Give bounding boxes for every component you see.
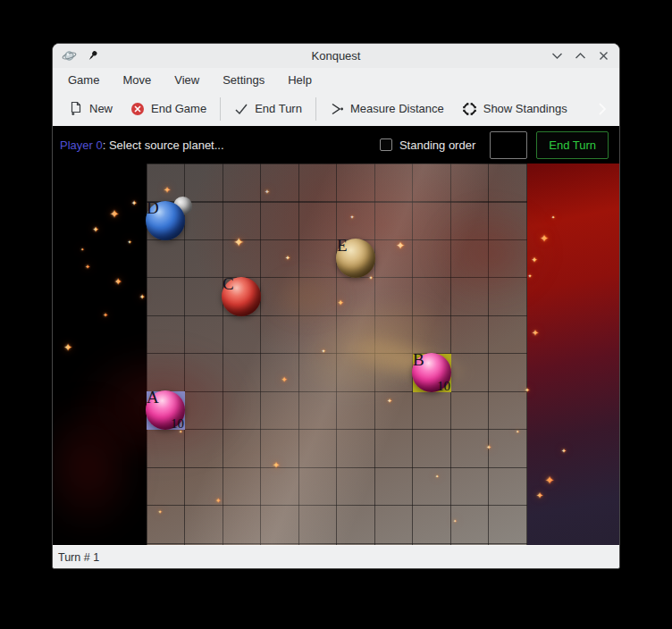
star-sparkle-icon: ✦ <box>110 208 120 220</box>
show-standings-button[interactable]: Show Standings <box>453 96 576 122</box>
end-game-button[interactable]: End Game <box>122 96 215 122</box>
konquest-window: Konquest Game Move View Settings Help <box>52 43 620 569</box>
toolbar-button-label: End Game <box>151 102 206 115</box>
minimize-button[interactable] <box>550 49 564 63</box>
title-bar[interactable]: Konquest <box>53 44 619 68</box>
galaxy-map[interactable]: DECB10A10 ✦✦✦✦✦✦✦✦✦✦✦✦✦✦✦✦✦✦✦✦✦✦✦✦✦✦✦✦✦✦… <box>53 164 619 545</box>
close-button[interactable] <box>596 49 610 63</box>
star-sparkle-icon: ✦ <box>127 239 131 245</box>
toolbar-button-label: Measure Distance <box>350 102 444 115</box>
menu-bar: Game Move View Settings Help <box>53 68 619 91</box>
menu-help[interactable]: Help <box>276 70 323 90</box>
player-name: Player 0 <box>60 138 103 152</box>
ships-count: 10 <box>171 416 184 432</box>
star-sparkle-icon: ✦ <box>63 342 72 353</box>
toolbar-overflow-button[interactable] <box>598 102 612 116</box>
chevron-right-icon <box>598 102 607 116</box>
menu-settings[interactable]: Settings <box>211 70 276 90</box>
status-bar: Turn # 1 <box>53 545 619 568</box>
planet-E[interactable]: E <box>337 239 375 278</box>
star-sparkle-icon: ✦ <box>131 200 138 207</box>
star-sparkle-icon: ✦ <box>139 294 146 301</box>
nebula-red-band <box>526 164 619 545</box>
menu-game[interactable]: Game <box>56 70 111 90</box>
measure-distance-button[interactable]: Measure Distance <box>321 96 453 122</box>
menu-view[interactable]: View <box>163 70 211 90</box>
galaxy-grid[interactable]: DECB10A10 <box>147 164 527 545</box>
measure-distance-icon <box>330 102 344 116</box>
nebula-wisp <box>53 396 142 539</box>
toolbar-button-label: New <box>89 102 113 115</box>
standing-order-label: Standing order <box>399 138 475 152</box>
planet-label: D <box>147 198 159 218</box>
window-title: Konquest <box>53 49 619 63</box>
star-sparkle-icon: ✦ <box>92 226 99 234</box>
command-row: Player 0: Select source planet... Standi… <box>53 126 619 164</box>
star-sparkle-icon: ✦ <box>80 247 84 252</box>
turn-counter: Turn # 1 <box>58 551 99 564</box>
close-icon <box>599 51 609 61</box>
toolbar-separator <box>315 97 316 121</box>
planet-label: E <box>337 236 348 256</box>
end-game-icon <box>130 102 145 116</box>
standing-order-checkbox[interactable] <box>380 138 392 151</box>
planet-C[interactable]: C <box>223 278 261 316</box>
end-turn-button[interactable]: End Turn <box>536 131 609 159</box>
planet-D[interactable]: D <box>147 202 185 240</box>
star-sparkle-icon: ✦ <box>103 313 108 319</box>
checkmark-icon <box>234 103 248 115</box>
planet-label: B <box>413 350 424 370</box>
chevron-down-icon <box>551 52 563 60</box>
toolbar-button-label: End Turn <box>255 102 302 115</box>
planet-A[interactable]: A10 <box>147 391 185 430</box>
end-turn-toolbar-button[interactable]: End Turn <box>225 96 311 122</box>
toolbar-button-label: Show Standings <box>483 102 567 115</box>
planet-label: C <box>223 274 234 294</box>
star-sparkle-icon: ✦ <box>113 277 122 287</box>
new-document-icon <box>69 101 83 116</box>
ships-count: 10 <box>437 379 450 394</box>
menu-move[interactable]: Move <box>111 70 163 90</box>
toolbar: New End Game End Turn <box>53 91 619 126</box>
standings-icon <box>462 102 477 116</box>
star-sparkle-icon: ✦ <box>85 264 90 271</box>
prompt-message: : Select source planet... <box>103 138 224 152</box>
new-game-button[interactable]: New <box>60 95 122 122</box>
toolbar-separator <box>220 97 221 121</box>
maximize-button[interactable] <box>573 49 587 63</box>
turn-prompt: Player 0: Select source planet... <box>60 138 224 152</box>
fleet-count-input[interactable] <box>490 131 527 159</box>
chevron-up-icon <box>575 52 586 60</box>
planet-B[interactable]: B10 <box>413 354 451 392</box>
planet-label: A <box>147 388 159 407</box>
